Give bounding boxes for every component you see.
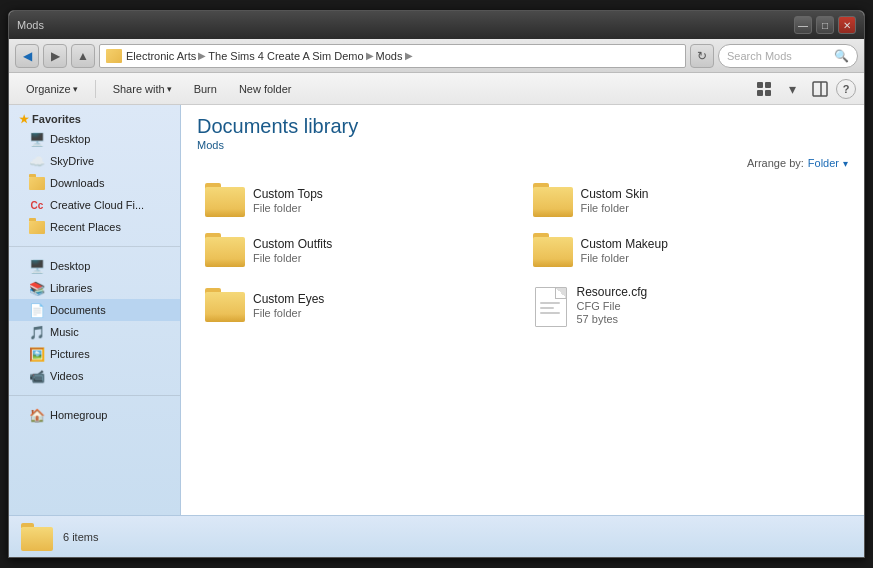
title-bar-text: Mods — [17, 19, 44, 31]
burn-label: Burn — [194, 83, 217, 95]
address-bar: ◀ ▶ ▲ Electronic Arts ▶ The Sims 4 Creat… — [9, 39, 864, 73]
search-placeholder: Search Mods — [727, 50, 834, 62]
sidebar-item-documents-label: Documents — [50, 304, 106, 316]
file-grid: Custom Tops File folder Custom Skin File… — [197, 177, 848, 333]
file-item-resource-cfg[interactable]: Resource.cfg CFG File 57 bytes — [525, 277, 849, 333]
sidebar: ★ Favorites 🖥️ Desktop ☁️ SkyDrive Downl… — [9, 105, 181, 515]
file-details-custom-skin: Custom Skin File folder — [581, 187, 841, 214]
sidebar-item-skydrive-label: SkyDrive — [50, 155, 94, 167]
recent-icon — [29, 219, 45, 235]
new-folder-button[interactable]: New folder — [230, 77, 301, 101]
skydrive-icon: ☁️ — [29, 153, 45, 169]
cc-icon: Cc — [29, 197, 45, 213]
search-box[interactable]: Search Mods 🔍 — [718, 44, 858, 68]
sidebar-item-desktop2-label: Desktop — [50, 260, 90, 272]
file-details-resource-cfg: Resource.cfg CFG File 57 bytes — [577, 285, 841, 325]
arrange-bar: Arrange by: Folder ▾ — [197, 157, 848, 169]
file-name-resource-cfg: Resource.cfg — [577, 285, 841, 299]
file-type-custom-skin: File folder — [581, 202, 841, 214]
folder-icon-custom-tops — [205, 183, 245, 217]
svg-rect-0 — [757, 82, 763, 88]
arrange-by-label: Arrange by: — [747, 157, 804, 169]
library-header: Documents library Mods — [197, 115, 848, 151]
file-details-custom-tops: Custom Tops File folder — [253, 187, 513, 214]
arrange-by-value[interactable]: Folder — [808, 157, 839, 169]
cfg-line-1 — [540, 302, 560, 304]
status-bar: 6 items — [9, 515, 864, 557]
documents-icon: 📄 — [29, 302, 45, 318]
file-details-custom-makeup: Custom Makeup File folder — [581, 237, 841, 264]
sidebar-item-recent[interactable]: Recent Places — [9, 216, 180, 238]
path-part-3: Mods — [376, 50, 403, 62]
sidebar-item-music-label: Music — [50, 326, 79, 338]
file-type-custom-makeup: File folder — [581, 252, 841, 264]
share-with-chevron: ▾ — [167, 84, 172, 94]
file-item-custom-skin[interactable]: Custom Skin File folder — [525, 177, 849, 223]
path-arrow-2: ▶ — [366, 50, 374, 61]
cfg-file-icon — [533, 283, 569, 327]
forward-button[interactable]: ▶ — [43, 44, 67, 68]
new-folder-label: New folder — [239, 83, 292, 95]
file-item-custom-eyes[interactable]: Custom Eyes File folder — [197, 277, 521, 333]
help-button[interactable]: ? — [836, 79, 856, 99]
path-part-1: Electronic Arts — [126, 50, 196, 62]
title-bar-controls: — □ ✕ — [794, 16, 856, 34]
sidebar-item-creative-cloud[interactable]: Cc Creative Cloud Fi... — [9, 194, 180, 216]
sidebar-item-libraries[interactable]: 📚 Libraries — [9, 277, 180, 299]
folder-icon-custom-eyes — [205, 288, 245, 322]
sidebar-item-homegroup[interactable]: 🏠 Homegroup — [9, 404, 180, 426]
path-part-2: The Sims 4 Create A Sim Demo — [208, 50, 363, 62]
status-items-count: 6 items — [63, 531, 98, 543]
refresh-button[interactable]: ↻ — [690, 44, 714, 68]
file-name-custom-tops: Custom Tops — [253, 187, 513, 201]
videos-icon: 📹 — [29, 368, 45, 384]
close-button[interactable]: ✕ — [838, 16, 856, 34]
sidebar-item-downloads[interactable]: Downloads — [9, 172, 180, 194]
desktop-section: 🖥️ Desktop 📚 Libraries 📄 Documents 🎵 Mus… — [9, 251, 180, 391]
file-name-custom-eyes: Custom Eyes — [253, 292, 513, 306]
file-item-custom-outfits[interactable]: Custom Outfits File folder — [197, 227, 521, 273]
sidebar-item-pictures-label: Pictures — [50, 348, 90, 360]
sidebar-item-pictures[interactable]: 🖼️ Pictures — [9, 343, 180, 365]
view-details-button[interactable]: ▾ — [780, 77, 804, 101]
preview-pane-button[interactable] — [808, 77, 832, 101]
file-name-custom-skin: Custom Skin — [581, 187, 841, 201]
sidebar-item-documents[interactable]: 📄 Documents — [9, 299, 180, 321]
arrange-chevron: ▾ — [843, 158, 848, 169]
sidebar-item-videos-label: Videos — [50, 370, 83, 382]
file-details-custom-outfits: Custom Outfits File folder — [253, 237, 513, 264]
path-arrow-1: ▶ — [198, 50, 206, 61]
sidebar-item-cc-label: Creative Cloud Fi... — [50, 199, 144, 211]
svg-rect-4 — [813, 82, 827, 96]
view-options-button[interactable] — [752, 77, 776, 101]
svg-rect-1 — [765, 82, 771, 88]
sidebar-item-desktop[interactable]: 🖥️ Desktop — [9, 128, 180, 150]
share-with-button[interactable]: Share with ▾ — [104, 77, 181, 101]
organize-button[interactable]: Organize ▾ — [17, 77, 87, 101]
cfg-line-2 — [540, 307, 554, 309]
sidebar-item-videos[interactable]: 📹 Videos — [9, 365, 180, 387]
sidebar-item-skydrive[interactable]: ☁️ SkyDrive — [9, 150, 180, 172]
desktop2-icon: 🖥️ — [29, 258, 45, 274]
favorites-section: ★ Favorites 🖥️ Desktop ☁️ SkyDrive Downl… — [9, 105, 180, 242]
sidebar-item-music[interactable]: 🎵 Music — [9, 321, 180, 343]
file-type-resource-cfg: CFG File — [577, 300, 841, 312]
address-path[interactable]: Electronic Arts ▶ The Sims 4 Create A Si… — [99, 44, 686, 68]
file-item-custom-makeup[interactable]: Custom Makeup File folder — [525, 227, 849, 273]
toolbar: Organize ▾ Share with ▾ Burn New folder … — [9, 73, 864, 105]
folder-icon-custom-skin — [533, 183, 573, 217]
up-button[interactable]: ▲ — [71, 44, 95, 68]
burn-button[interactable]: Burn — [185, 77, 226, 101]
pictures-icon: 🖼️ — [29, 346, 45, 362]
sidebar-item-downloads-label: Downloads — [50, 177, 104, 189]
sidebar-div-1 — [9, 246, 180, 247]
back-button[interactable]: ◀ — [15, 44, 39, 68]
path-arrow-3: ▶ — [405, 50, 413, 61]
maximize-button[interactable]: □ — [816, 16, 834, 34]
file-item-custom-tops[interactable]: Custom Tops File folder — [197, 177, 521, 223]
toolbar-right: ▾ ? — [752, 77, 856, 101]
minimize-button[interactable]: — — [794, 16, 812, 34]
sidebar-item-homegroup-label: Homegroup — [50, 409, 107, 421]
file-type-custom-outfits: File folder — [253, 252, 513, 264]
sidebar-item-desktop2[interactable]: 🖥️ Desktop — [9, 255, 180, 277]
